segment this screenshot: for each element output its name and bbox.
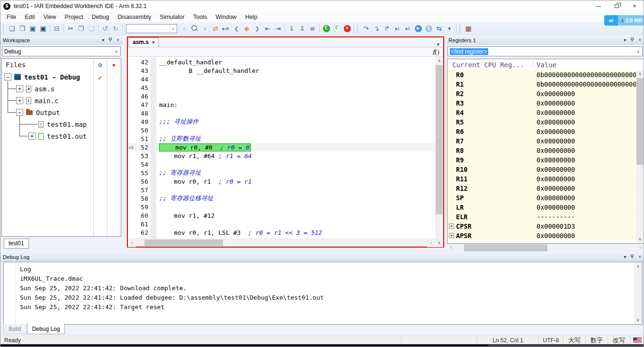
log-vscrollbar[interactable]: ∧ ∨ (634, 262, 642, 324)
register-row-lr[interactable]: LR0x00000000 (447, 203, 636, 212)
breakpoint-gutter[interactable] (151, 83, 156, 92)
quick-search-combo[interactable]: ∨ (126, 24, 177, 33)
stop-debug-session-icon[interactable]: ⇆ (434, 24, 444, 33)
code-line-53[interactable]: 53 mov r1, #64 ; r1 = 64 (128, 151, 435, 160)
navigate-forward-icon[interactable]: ❯ (252, 24, 262, 33)
panel-close-icon[interactable]: × (638, 255, 641, 259)
code-line-45[interactable]: 45 (128, 83, 435, 92)
undo-icon[interactable]: ↺ (100, 24, 110, 33)
register-row-r6[interactable]: R60x00000000 (447, 127, 636, 136)
code-line-44[interactable]: 44 (128, 75, 435, 83)
line-number[interactable]: 54 (135, 161, 151, 168)
tree-item-test01-debug[interactable]: −test01 - Debug (2, 71, 93, 83)
panel-menu-icon[interactable]: ▾ (624, 255, 626, 259)
reset-icon[interactable]: C (331, 24, 342, 33)
hscroll-thumb[interactable] (144, 240, 223, 246)
scroll-left-icon[interactable]: ‹ (447, 244, 455, 252)
breakpoint-gutter[interactable] (151, 194, 156, 203)
register-row-r8[interactable]: R80x00000000 (447, 146, 636, 155)
expand-icon[interactable]: + (449, 223, 454, 229)
breakpoint-gutter[interactable] (151, 117, 156, 126)
config-selector[interactable]: Debug ∨ (2, 46, 121, 56)
tab-asm-s[interactable]: asm.s × (129, 37, 159, 47)
vscroll-thumb[interactable] (636, 78, 644, 165)
tree-item-test01-map[interactable]: test01.map (2, 118, 93, 130)
register-value[interactable]: 0x000001D3 (537, 222, 575, 230)
breakpoint-gutter[interactable] (151, 186, 156, 194)
vscroll-track[interactable] (634, 270, 642, 316)
code-line-55[interactable]: 55;; 寄存器寻址 (128, 169, 435, 177)
register-value[interactable]: 0x00000000 (537, 185, 575, 192)
cut-icon[interactable]: ✂ (65, 24, 76, 33)
register-value[interactable]: 0b00000000000000000000000000000000 (537, 71, 636, 79)
register-row-r12[interactable]: R120x00000000 (447, 184, 636, 193)
menu-tools[interactable]: Tools (189, 12, 211, 22)
menu-view[interactable]: View (39, 12, 61, 22)
replace-icon[interactable]: ⇄ (210, 24, 221, 33)
line-number[interactable]: 45 (135, 84, 151, 91)
breakpoint-gutter[interactable] (151, 211, 156, 220)
breakpoint-gutter[interactable] (151, 109, 156, 117)
code-line-47[interactable]: 47main: (128, 100, 435, 109)
scroll-down-icon[interactable]: ∨ (636, 235, 644, 243)
register-value[interactable]: 0x00000000 (537, 90, 575, 98)
register-row-r5[interactable]: R50x00000000 (447, 117, 636, 127)
breakpoint-gutter[interactable] (151, 169, 156, 177)
scroll-down-icon[interactable]: ∨ (634, 316, 642, 324)
minimize-button[interactable] (590, 0, 608, 12)
save-all-icon[interactable]: ▣ (38, 24, 48, 33)
redo-icon[interactable]: ↻ (110, 24, 121, 33)
breakpoint-gutter[interactable] (151, 126, 156, 134)
register-row-elr[interactable]: ELR---------- (447, 212, 636, 222)
register-row-cpsr[interactable]: +CPSR0x000001D3 (447, 222, 636, 231)
line-number[interactable]: 56 (135, 178, 151, 185)
editor-hscrollbar[interactable]: ‹ › ∨ (128, 239, 443, 247)
line-number[interactable]: 50 (135, 127, 151, 134)
next-bookmark-icon[interactable]: ⇥ (273, 24, 283, 33)
code-line-59[interactable]: 59 (128, 203, 435, 211)
line-number[interactable]: 63 (135, 238, 151, 239)
register-value[interactable]: 0x00000000 (537, 166, 575, 173)
close-button[interactable]: × (626, 0, 644, 12)
restart-debugger-icon[interactable]: C (321, 24, 331, 33)
register-row-sp[interactable]: SP0x00000000 (447, 193, 636, 203)
register-row-apsr[interactable]: +APSR0x00000000 (447, 231, 636, 240)
register-row-r3[interactable]: R30x00000000 (447, 98, 636, 108)
vscroll-thumb[interactable] (436, 65, 443, 214)
register-value[interactable]: 0x00000000 (537, 194, 575, 202)
breakpoint-gutter[interactable] (151, 203, 156, 211)
code-line-49[interactable]: 49;;; 寻址操作 (128, 117, 435, 126)
scroll-left-icon[interactable]: ‹ (128, 239, 136, 247)
expand-icon[interactable]: + (28, 133, 36, 140)
break-icon[interactable]: ‖ (423, 24, 434, 33)
register-value[interactable]: 0x00000000 (537, 175, 575, 183)
panel-close-icon[interactable]: × (116, 38, 119, 43)
register-value[interactable]: 0x00000000 (537, 99, 575, 107)
panel-menu-icon[interactable]: ▾ (624, 38, 626, 43)
line-number[interactable]: 61 (135, 221, 151, 228)
register-value[interactable]: ---------- (537, 213, 575, 221)
tree-item-test01-out[interactable]: +test01.out (2, 130, 93, 142)
memory-window-icon[interactable]: ▦ (463, 24, 474, 33)
menu-file[interactable]: File (2, 12, 20, 22)
code-line-54[interactable]: 54 (128, 160, 435, 169)
breakpoint-gutter[interactable] (151, 177, 156, 186)
pin-icon[interactable] (630, 37, 634, 43)
download-and-debug-icon[interactable]: ⇩ (297, 24, 307, 33)
tree-item-asm-s[interactable]: +aasm.s (2, 83, 93, 95)
panel-close-icon[interactable]: × (638, 38, 641, 43)
search-next-icon[interactable]: › (200, 24, 210, 33)
breakpoint-gutter[interactable] (151, 100, 156, 109)
workspace-tab-test01[interactable]: test01 (4, 239, 29, 249)
function-list-icon[interactable]: f() (432, 48, 439, 56)
prev-bookmark-icon[interactable]: ⇤ (262, 24, 273, 33)
search-prev-icon[interactable]: ‹ (179, 24, 189, 33)
tree-item-main-c[interactable]: +cmain.c (2, 95, 93, 107)
register-row-r1[interactable]: R10b00000000000000000000000000000000 (447, 80, 636, 89)
bookmark-icon[interactable]: ◈ (242, 24, 252, 33)
next-statement-icon[interactable]: ▸ı (392, 24, 402, 33)
code-line-57[interactable]: 57 (128, 186, 435, 194)
line-number[interactable]: 51 (135, 135, 151, 142)
find-register-combo[interactable]: <find register> ∨ (447, 46, 643, 56)
register-row-r4[interactable]: R40x00000000 (447, 108, 636, 117)
